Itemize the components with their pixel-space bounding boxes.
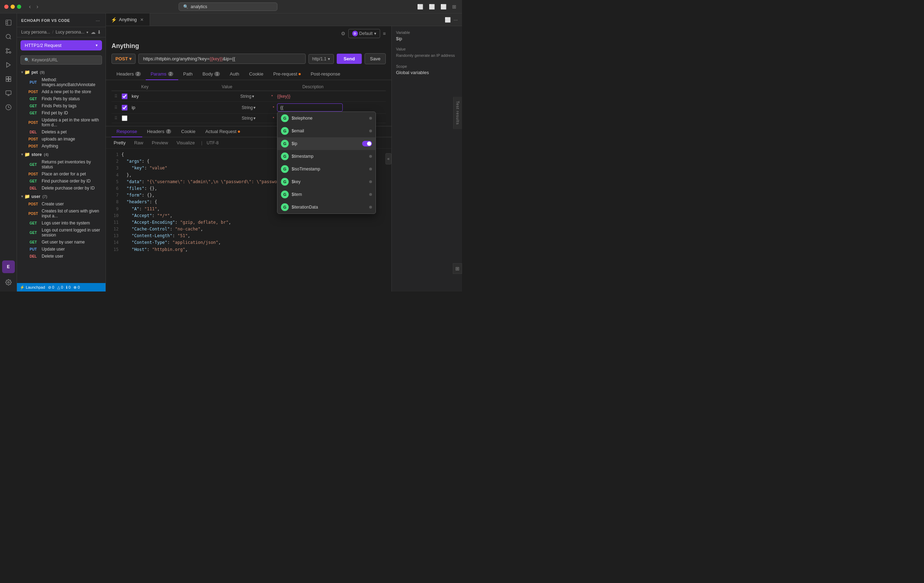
layout-icon[interactable]: ⊞ [451,3,458,10]
method-selector[interactable]: POST ▾ [112,54,135,64]
tab-body[interactable]: Body 1 [198,68,225,80]
param-value-1[interactable]: {{key}} [276,93,383,99]
list-item[interactable]: DEL Deletes a pet [17,129,106,135]
list-item[interactable]: GET Find pet by ID [17,109,106,116]
http-request-dropdown[interactable]: HTTP1/2 Request ▾ [20,40,102,50]
list-item[interactable]: POST Updates a pet in the store with for… [17,116,106,129]
back-button[interactable]: ‹ [27,3,33,11]
activity-icon-search[interactable] [2,30,15,43]
kebab-menu-button[interactable]: ≡ [383,31,386,36]
global-search[interactable]: 🔍 analytics [178,2,277,11]
list-item[interactable]: POST Anything [17,142,106,150]
autocomplete-item-key[interactable]: G $key [277,175,376,188]
tab-close-button[interactable]: ✕ [139,17,145,23]
response-tab-actual[interactable]: Actual Request [200,126,245,137]
activity-icon-files[interactable] [2,16,15,29]
autocomplete-item-iterationdata[interactable]: G $iterationData [277,201,376,213]
list-item[interactable]: GET Find purchase order by ID [17,178,106,185]
tab-prerequest[interactable]: Pre-request [268,68,306,80]
list-item[interactable]: GET Get user by user name [17,239,106,246]
save-button[interactable]: Save [365,53,386,64]
param-checkbox-3[interactable] [122,116,127,121]
format-raw-button[interactable]: Raw [132,139,145,146]
list-item[interactable]: DEL Delete user [17,253,106,260]
autocomplete-item-telephone[interactable]: G $telephone [277,112,376,125]
tab-path[interactable]: Path [178,68,198,80]
list-item[interactable]: GET Finds Pets by tags [17,102,106,109]
workspace-download-icon[interactable]: ⬇ [97,29,101,35]
response-tab-headers[interactable]: Headers 7 [142,126,177,137]
url-input[interactable]: https://httpbin.org/anything?key={{key}}… [139,54,305,64]
tab-cookie[interactable]: Cookie [244,68,268,80]
autocomplete-toggle-ip[interactable] [362,141,372,147]
send-button[interactable]: Send [337,54,362,64]
tab-more-button[interactable]: ··· [452,16,459,23]
param-key-3[interactable] [130,117,239,119]
grid-view-icon[interactable]: ⬜ [439,3,448,10]
tab-params[interactable]: Params 2 [146,68,178,80]
tree-group-header-pet[interactable]: ▾ 📁 pet (9) [17,68,106,76]
test-results-panel[interactable]: Test results [453,97,462,129]
activity-icon-clock[interactable] [2,101,15,114]
autocomplete-item-email[interactable]: G $email [277,125,376,137]
list-item[interactable]: DEL Delete purchase order by ID [17,185,106,192]
default-env-button[interactable]: D Default ▾ [348,29,380,38]
workspace-upload-icon[interactable]: ☁ [91,29,96,35]
param-key-1[interactable]: key [130,93,238,99]
list-item[interactable]: POST Creates list of users with given in… [17,208,106,220]
autocomplete-item-ip[interactable]: G $ip [277,137,376,150]
list-item[interactable]: POST Add a new pet to the store [17,88,106,95]
format-preview-button[interactable]: Preview [150,139,170,146]
list-item[interactable]: PUT Method: images.asyncBatchAnnotate [17,76,106,88]
tree-group-header-user[interactable]: ▾ 📁 user (7) [17,192,106,200]
workspace-chevron-icon[interactable]: ▾ [86,30,88,34]
list-item[interactable]: GET Logs out current logged in user sess… [17,226,106,239]
tab-layout-button[interactable]: ⬜ [443,16,452,23]
expand-panel-button[interactable]: ⊞ [453,263,462,274]
tab-anything[interactable]: ⚡ Anything ✕ [106,13,150,26]
settings-gear-icon[interactable]: ⚙ [341,31,345,36]
protocol-selector[interactable]: http/1.1 ▾ [309,54,334,64]
autocomplete-item-isotimestamp[interactable]: G $isoTimestamp [277,163,376,175]
list-item[interactable]: GET Returns pet inventories by status [17,159,106,170]
split-view-icon[interactable]: ⬜ [427,3,436,10]
tree-group-header-store[interactable]: ▾ 📁 store (4) [17,150,106,159]
sidebar-search[interactable]: 🔍 Keyword/URL [20,55,102,64]
tab-headers[interactable]: Headers 2 [112,68,146,80]
close-button[interactable] [4,5,8,9]
panel-toggle-icon[interactable]: ⬜ [416,3,425,10]
maximize-button[interactable] [17,5,21,9]
param-type-3[interactable]: String ▾ [242,116,270,121]
drag-handle-icon[interactable]: ⠿ [114,116,117,121]
collapse-panel-button[interactable]: « [385,153,391,164]
response-tab-cookie[interactable]: Cookie [176,126,200,137]
activity-icon-settings[interactable] [2,276,15,289]
launchpad-status[interactable]: ⚡ Launchpad [20,285,45,290]
list-item[interactable]: POST Create user [17,200,106,208]
activity-icon-monitor[interactable] [2,87,15,99]
tab-postresponse[interactable]: Post-response [306,68,345,80]
param-checkbox-2[interactable] [122,105,127,111]
format-pretty-button[interactable]: Pretty [112,139,128,146]
response-tab-response[interactable]: Response [112,126,142,137]
autocomplete-item-timestamp[interactable]: G $timestamp [277,150,376,163]
param-type-1[interactable]: String ▾ [240,94,269,99]
format-visualize-button[interactable]: Visualize [174,139,197,146]
sidebar-more-button[interactable]: ··· [94,17,101,24]
list-item[interactable]: POST uploads an image [17,135,106,142]
tab-auth[interactable]: Auth [225,68,244,80]
param-key-2[interactable]: ip [130,104,239,111]
autocomplete-item-item[interactable]: G $item [277,188,376,201]
list-item[interactable]: PUT Update user [17,246,106,253]
activity-icon-grid[interactable] [2,73,15,86]
list-item[interactable]: GET Logs user into the system [17,220,106,226]
activity-icon-avatar[interactable]: E [2,261,15,273]
drag-handle-icon[interactable]: ⠿ [114,105,117,110]
list-item[interactable]: GET Finds Pets by status [17,95,106,102]
activity-icon-git[interactable] [2,45,15,57]
list-item[interactable]: POST Place an order for a pet [17,170,106,178]
activity-icon-run[interactable] [2,59,15,71]
param-checkbox-1[interactable] [122,94,127,99]
param-type-2[interactable]: String ▾ [242,105,270,110]
forward-button[interactable]: › [34,3,40,11]
